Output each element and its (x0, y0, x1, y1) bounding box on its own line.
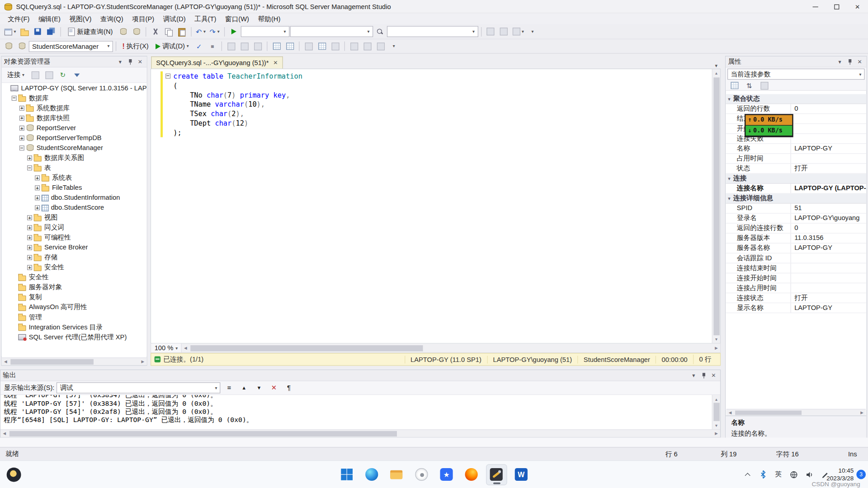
property-section-aggregate-status[interactable]: ▾聚合状态 (726, 94, 866, 104)
notification-badge[interactable]: 3 (856, 470, 866, 479)
menu-item-view[interactable]: 视图(V) (65, 13, 96, 25)
property-row[interactable]: 占用时间 (726, 154, 866, 164)
new-analysis-query-button[interactable] (130, 25, 142, 38)
tree-node-filetables[interactable]: +FileTables (2, 183, 147, 192)
scroll-up-icon[interactable]: ▲ (712, 69, 720, 77)
active-files-chevron-icon[interactable]: ▾ (715, 63, 717, 69)
parse-button[interactable]: ✓ (193, 40, 205, 52)
tree-node-reportserver[interactable]: +ReportServer (2, 123, 147, 133)
collapse-region-icon[interactable]: − (165, 74, 170, 79)
tree-node-views[interactable]: +视图 (2, 212, 147, 222)
new-database-engine-query-button[interactable] (117, 25, 129, 38)
tree-node-storage[interactable]: +存储 (2, 252, 147, 262)
toolbar2-overflow-button[interactable]: ▾ (387, 40, 400, 52)
scroll-right-icon[interactable]: ▶ (858, 409, 866, 415)
taskbar-app-ssms[interactable] (486, 464, 507, 485)
scrollbar-thumb[interactable] (735, 410, 802, 415)
tree-node-security[interactable]: 安全性 (2, 272, 147, 282)
property-row[interactable]: 状态打开 (726, 164, 866, 174)
indent-button[interactable] (374, 40, 387, 52)
tree-node-tables[interactable]: −表 (2, 163, 147, 173)
expand-icon[interactable]: + (35, 175, 40, 180)
taskbar-app-firefox[interactable] (461, 464, 482, 485)
expand-icon[interactable]: + (19, 135, 24, 140)
new-query-button[interactable]: 新建查询(N) (64, 25, 116, 38)
expand-icon[interactable]: + (27, 265, 32, 270)
tree-node-database-snapshots[interactable]: +数据库快照 (2, 113, 147, 123)
minimize-button[interactable] (805, 0, 826, 13)
property-row[interactable]: 服务器名称LAPTOP-GY (726, 244, 866, 253)
refresh-button[interactable]: ↻ (57, 69, 69, 81)
copy-button[interactable] (162, 25, 175, 38)
expand-icon[interactable]: + (27, 245, 32, 250)
collapse-icon[interactable]: − (19, 145, 24, 150)
next-message-button[interactable]: ▼ (253, 382, 265, 394)
properties-hscrollbar[interactable]: ◀ ▶ (726, 409, 866, 416)
object-explorer-hscrollbar[interactable]: ◀ ▶ (2, 357, 147, 365)
connect-dropdown[interactable]: 连接▾ (4, 69, 28, 81)
pin-button[interactable] (126, 57, 135, 66)
previous-message-button[interactable]: ▲ (238, 382, 250, 394)
execute-button[interactable]: !执行(X) (119, 40, 152, 52)
expand-icon[interactable]: + (27, 255, 32, 260)
object-explorer-tree[interactable]: LAPTOP-GY (SQL Server 11.0.3156 - LAPTO−… (2, 83, 147, 357)
disconnect-button[interactable] (29, 69, 42, 81)
menu-item-query[interactable]: 查询(Q) (96, 13, 127, 25)
clear-all-button[interactable]: ✕ (268, 382, 280, 394)
scroll-right-icon[interactable]: ▶ (712, 343, 720, 352)
maximize-button[interactable] (826, 0, 847, 13)
expand-icon[interactable]: + (35, 205, 40, 210)
results-to-text-button[interactable] (302, 40, 315, 52)
taskbar-app-word[interactable] (511, 464, 532, 485)
include-actual-plan-button[interactable] (270, 40, 283, 52)
categorized-button[interactable] (728, 80, 741, 92)
output-header[interactable]: 输出 ▾ ✕ (0, 370, 720, 381)
redo-button[interactable]: ↷▾ (208, 25, 221, 38)
uncomment-button[interactable] (361, 40, 373, 52)
pin-button[interactable] (845, 57, 854, 66)
tree-node-reportservertempdb[interactable]: +ReportServerTempDB (2, 133, 147, 143)
close-panel-button[interactable]: ✕ (709, 371, 718, 380)
save-all-button[interactable] (45, 25, 57, 38)
collapse-icon[interactable]: − (27, 165, 32, 170)
properties-header[interactable]: 属性 ▾ ✕ (726, 56, 866, 67)
output-hscrollbar[interactable]: ◀ ▶ (0, 429, 720, 437)
tab-close-icon[interactable]: ✕ (273, 60, 278, 66)
cut-button[interactable] (149, 25, 161, 38)
tree-node-dbo-studentscore[interactable]: +dbo.StudentScore (2, 202, 147, 212)
menu-item-project[interactable]: 项目(P) (127, 13, 159, 25)
expand-icon[interactable]: + (27, 225, 32, 230)
results-to-file-button[interactable] (329, 40, 341, 52)
property-pages-button[interactable] (758, 80, 770, 92)
activity-monitor-button[interactable]: ▾ (511, 25, 526, 38)
expand-icon[interactable]: + (35, 195, 40, 200)
find-combobox[interactable]: ▾ (387, 26, 478, 37)
menu-item-tools[interactable]: 工具(T) (190, 13, 221, 25)
tree-node-databases[interactable]: −数据库 (2, 93, 147, 103)
scrollbar-thumb[interactable] (10, 359, 94, 364)
taskbar-app-file-explorer[interactable] (386, 464, 407, 485)
window-position-button[interactable]: ▾ (116, 57, 125, 66)
property-row[interactable]: 连接占用时间 (726, 283, 866, 293)
property-row[interactable]: 显示名称LAPTOP-GY (726, 303, 866, 313)
filter-button[interactable] (71, 69, 83, 81)
property-row[interactable]: 名称LAPTOP-GY (726, 144, 866, 154)
scrollbar-thumb[interactable] (713, 77, 719, 335)
toolbar-combobox-1[interactable]: ▾ (241, 26, 289, 37)
zoom-control[interactable]: 100 %▾ (151, 343, 181, 352)
expand-icon[interactable]: + (19, 125, 24, 130)
property-section-connection[interactable]: ▾连接 (726, 174, 866, 183)
pin-button[interactable] (699, 371, 708, 380)
property-row[interactable]: 登录名LAPTOP-GY\guoyang (726, 214, 866, 224)
speaker-icon[interactable] (805, 470, 814, 479)
open-file-button[interactable] (18, 25, 31, 38)
scroll-left-icon[interactable]: ◀ (2, 358, 9, 365)
tree-node-service-broker[interactable]: +Service Broker (2, 242, 147, 252)
taskbar-app-app-star[interactable] (436, 464, 457, 485)
tree-node-system-databases[interactable]: +系统数据库 (2, 103, 147, 113)
comment-button[interactable] (348, 40, 360, 52)
output-settings-button[interactable]: ≡ (223, 382, 236, 394)
toolbar-combobox-2[interactable]: ▾ (290, 26, 373, 37)
collapse-icon[interactable]: − (12, 95, 17, 100)
expand-icon[interactable]: + (19, 105, 24, 110)
